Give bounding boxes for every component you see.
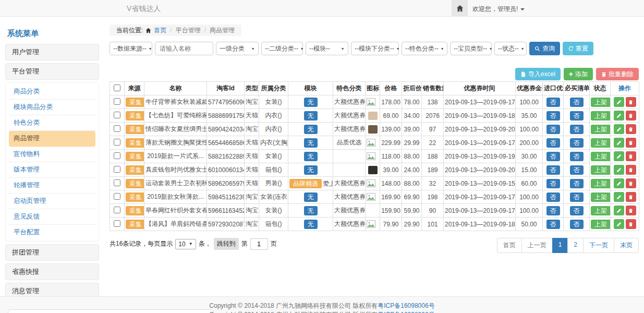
import-select-toggle[interactable]: 否 bbox=[546, 98, 560, 107]
must-buy-toggle[interactable]: 否 bbox=[570, 192, 584, 202]
batch-delete-button[interactable]: 批量删除 bbox=[596, 68, 639, 80]
must-buy-toggle[interactable]: 否 bbox=[570, 111, 584, 121]
name-search-input[interactable] bbox=[155, 42, 213, 55]
import-excel-button[interactable]: 导入excel bbox=[515, 68, 561, 80]
add-button[interactable]: + 添加 bbox=[564, 68, 593, 80]
page-button-1[interactable]: 1 bbox=[552, 238, 568, 253]
sidebar-group-2[interactable]: 拼团管理 bbox=[5, 244, 99, 261]
import-select-toggle[interactable]: 否 bbox=[546, 206, 560, 215]
status-toggle[interactable]: 上架 bbox=[591, 138, 611, 148]
import-select-toggle[interactable]: 否 bbox=[546, 138, 560, 148]
sidebar-item-1-1[interactable]: 模块商品分类 bbox=[9, 100, 95, 115]
icp-link[interactable]: 粤ICP备16098006号 bbox=[378, 302, 434, 309]
feature-category-select[interactable]: --特色分类--▼ bbox=[402, 42, 447, 55]
must-buy-toggle[interactable]: 否 bbox=[570, 138, 584, 148]
delete-button[interactable] bbox=[626, 97, 636, 107]
module-subcategory-select[interactable]: --模块下分类--▼ bbox=[351, 42, 399, 55]
user-menu[interactable]: 欢迎您，管理员! bbox=[472, 5, 525, 14]
sidebar-item-1-8[interactable]: 意见反馈 bbox=[9, 209, 95, 225]
edit-button[interactable] bbox=[614, 178, 624, 188]
sidebar-item-1-2[interactable]: 特色分类 bbox=[9, 115, 95, 131]
import-select-toggle[interactable]: 否 bbox=[546, 165, 560, 175]
home-button[interactable] bbox=[452, 0, 468, 16]
row-checkbox[interactable] bbox=[114, 207, 120, 213]
status-toggle[interactable]: 上架 bbox=[591, 165, 611, 175]
import-select-toggle[interactable]: 否 bbox=[546, 152, 560, 161]
delete-button[interactable] bbox=[626, 219, 636, 229]
page-button-下一页[interactable]: 下一页 bbox=[583, 238, 614, 253]
row-checkbox[interactable] bbox=[114, 220, 120, 227]
must-buy-toggle[interactable]: 否 bbox=[570, 206, 584, 215]
sidebar-group-1[interactable]: 平台管理 bbox=[5, 63, 99, 80]
status-toggle[interactable]: 上架 bbox=[591, 206, 611, 215]
page-button-2[interactable]: 2 bbox=[567, 238, 584, 253]
edit-button[interactable] bbox=[614, 97, 624, 107]
import-select-toggle[interactable]: 否 bbox=[546, 125, 560, 134]
sidebar-item-1-4[interactable]: 宣传物料 bbox=[9, 147, 95, 162]
import-select-toggle[interactable]: 否 bbox=[546, 220, 560, 229]
delete-button[interactable] bbox=[626, 124, 636, 134]
must-buy-toggle[interactable]: 否 bbox=[570, 152, 584, 161]
row-checkbox[interactable] bbox=[114, 98, 120, 105]
delete-button[interactable] bbox=[626, 165, 636, 175]
status-toggle[interactable]: 上架 bbox=[591, 152, 611, 161]
select-all-checkbox[interactable] bbox=[114, 85, 120, 91]
row-checkbox[interactable] bbox=[114, 152, 120, 159]
import-select-toggle[interactable]: 否 bbox=[546, 111, 560, 121]
data-source-select[interactable]: --数据来源--▼ bbox=[110, 42, 152, 55]
query-button[interactable]: 查询 bbox=[529, 42, 560, 55]
edit-button[interactable] bbox=[614, 151, 624, 161]
edit-button[interactable] bbox=[614, 206, 624, 215]
category-level2-select[interactable]: --二级分类--▼ bbox=[261, 42, 303, 55]
edit-button[interactable] bbox=[614, 138, 624, 148]
category-level1-select[interactable]: 一级分类▼ bbox=[216, 42, 259, 55]
delete-button[interactable] bbox=[626, 138, 636, 148]
row-checkbox[interactable] bbox=[114, 125, 120, 132]
status-toggle[interactable]: 上架 bbox=[591, 179, 611, 188]
edit-button[interactable] bbox=[614, 111, 624, 121]
delete-button[interactable] bbox=[626, 192, 636, 202]
reset-button[interactable]: 重置 bbox=[563, 42, 593, 55]
sidebar-item-1-9[interactable]: 平台配置 bbox=[9, 225, 95, 240]
item-type-select[interactable]: --宝贝类型--▼ bbox=[450, 42, 492, 55]
sidebar-group-3[interactable]: 省惠快报 bbox=[5, 263, 99, 280]
row-checkbox[interactable] bbox=[114, 139, 120, 146]
delete-button[interactable] bbox=[626, 206, 636, 215]
status-toggle[interactable]: 上架 bbox=[591, 192, 611, 202]
sidebar-item-1-3[interactable]: 商品管理 bbox=[9, 131, 95, 147]
status-toggle[interactable]: 上架 bbox=[591, 220, 611, 229]
status-toggle[interactable]: 上架 bbox=[591, 111, 611, 121]
page-number-input[interactable] bbox=[250, 238, 268, 250]
must-buy-toggle[interactable]: 否 bbox=[570, 165, 584, 175]
sidebar-item-1-7[interactable]: 启动页管理 bbox=[9, 194, 95, 209]
status-select[interactable]: --状态--▼ bbox=[494, 42, 527, 55]
row-checkbox[interactable] bbox=[114, 166, 120, 173]
delete-button[interactable] bbox=[626, 178, 636, 188]
page-size-select[interactable]: 10 ▼ bbox=[175, 239, 196, 249]
import-select-toggle[interactable]: 否 bbox=[546, 179, 560, 188]
sidebar-item-1-5[interactable]: 版本管理 bbox=[9, 162, 95, 178]
delete-button[interactable] bbox=[626, 111, 636, 121]
row-checkbox[interactable] bbox=[114, 112, 120, 118]
must-buy-toggle[interactable]: 否 bbox=[570, 220, 584, 229]
status-toggle[interactable]: 上架 bbox=[591, 125, 611, 134]
edit-button[interactable] bbox=[614, 219, 624, 229]
edit-button[interactable] bbox=[614, 165, 624, 175]
row-checkbox[interactable] bbox=[114, 179, 120, 186]
sidebar-item-1-0[interactable]: 商品分类 bbox=[9, 84, 95, 100]
status-toggle[interactable]: 上架 bbox=[591, 98, 611, 107]
edit-button[interactable] bbox=[614, 192, 624, 202]
must-buy-toggle[interactable]: 否 bbox=[570, 125, 584, 134]
breadcrumb-home-link[interactable]: 首页 bbox=[154, 26, 166, 35]
import-select-toggle[interactable]: 否 bbox=[546, 192, 560, 202]
edit-button[interactable] bbox=[614, 124, 624, 134]
delete-button[interactable] bbox=[626, 151, 636, 161]
module-select[interactable]: --模块--▼ bbox=[306, 42, 348, 55]
sidebar-group-0[interactable]: 用户管理 bbox=[5, 44, 99, 61]
must-buy-toggle[interactable]: 否 bbox=[570, 98, 584, 107]
page-button-末页[interactable]: 末页 bbox=[614, 238, 639, 253]
sidebar-item-1-6[interactable]: 轮播管理 bbox=[9, 178, 95, 194]
jump-button[interactable]: 跳转到 bbox=[214, 238, 239, 250]
row-checkbox[interactable] bbox=[114, 193, 120, 200]
must-buy-toggle[interactable]: 否 bbox=[570, 179, 584, 188]
